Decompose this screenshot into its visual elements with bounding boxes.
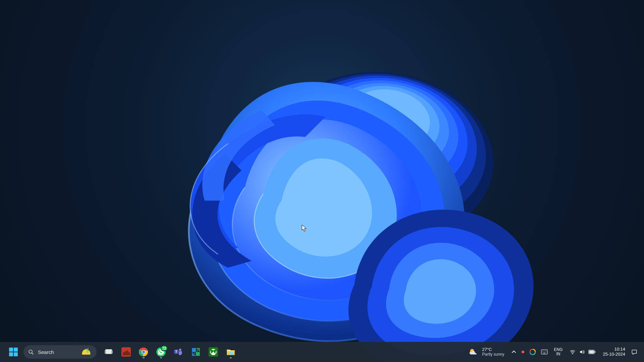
svg-rect-28 — [541, 350, 547, 354]
weather-icon — [469, 347, 479, 357]
clock-button[interactable]: 10:14 25-10-2024 — [599, 345, 628, 359]
notification-center-button[interactable] — [628, 345, 641, 359]
notification-badge: 72 — [161, 345, 168, 351]
system-tray: 27°C Partly sunny ENG IN 10:14 25-1 — [464, 344, 641, 360]
tray-recording-indicator[interactable] — [519, 345, 527, 359]
xbox-icon — [209, 347, 218, 357]
colorful-circle-icon — [530, 349, 536, 355]
taskbar-app-whatsapp[interactable]: 72 — [152, 345, 170, 359]
desktop-wallpaper — [117, 33, 527, 355]
svg-rect-38 — [589, 351, 594, 353]
svg-point-6 — [331, 79, 444, 167]
teams-icon: T — [174, 347, 183, 357]
tray-app-icon[interactable] — [527, 345, 538, 359]
svg-point-0 — [262, 58, 504, 255]
svg-rect-11 — [105, 349, 112, 354]
taskbar-app-share[interactable] — [187, 345, 205, 359]
weather-widget[interactable]: 27°C Partly sunny — [464, 344, 509, 360]
taskbar-app-file-explorer[interactable] — [222, 345, 239, 359]
tray-input-indicator[interactable] — [538, 345, 550, 359]
svg-point-34 — [546, 352, 547, 353]
svg-rect-25 — [229, 352, 233, 355]
svg-point-36 — [572, 354, 573, 354]
language-indicator[interactable]: ENG IN — [550, 345, 566, 359]
svg-point-1 — [272, 61, 496, 239]
windows-logo-icon — [9, 348, 18, 356]
file-explorer-icon — [226, 347, 235, 357]
wifi-icon — [570, 349, 576, 355]
keyboard-icon — [541, 349, 548, 355]
red-app-icon — [121, 347, 131, 357]
clock-time: 10:14 — [614, 347, 625, 352]
start-button[interactable] — [5, 345, 22, 359]
clock-date: 25-10-2024 — [603, 352, 626, 357]
share-app-icon — [191, 347, 201, 357]
svg-point-7 — [342, 84, 434, 156]
notification-icon — [631, 349, 638, 355]
record-dot-icon — [522, 351, 524, 353]
volume-icon — [579, 349, 585, 355]
svg-rect-35 — [543, 353, 546, 354]
running-indicator — [143, 357, 145, 358]
taskbar-search[interactable]: Search — [23, 345, 97, 359]
taskbar: Search 72 T — [0, 342, 644, 362]
search-label: Search — [38, 349, 54, 355]
svg-text:T: T — [175, 350, 177, 353]
weather-temperature: 27°C — [482, 347, 504, 352]
svg-rect-13 — [111, 350, 113, 354]
svg-point-3 — [296, 68, 475, 207]
svg-point-32 — [546, 351, 547, 352]
svg-point-2 — [284, 64, 486, 223]
svg-rect-39 — [594, 351, 595, 353]
tray-overflow-button[interactable] — [509, 345, 519, 359]
task-view-button[interactable] — [100, 345, 117, 359]
battery-icon — [588, 350, 596, 354]
chevron-up-icon — [512, 350, 516, 354]
task-view-icon — [104, 348, 113, 356]
svg-rect-23 — [196, 352, 200, 356]
search-highlight-icon[interactable] — [80, 347, 92, 357]
quick-settings-button[interactable] — [566, 345, 599, 359]
svg-point-5 — [320, 75, 455, 179]
taskbar-pinned-apps: 72 T — [100, 345, 239, 359]
svg-point-4 — [308, 71, 465, 192]
running-indicator — [230, 357, 232, 358]
search-icon — [28, 349, 34, 355]
svg-point-30 — [544, 351, 544, 352]
mouse-cursor — [302, 225, 307, 232]
taskbar-app-chrome[interactable] — [135, 345, 152, 359]
language-region: IN — [556, 352, 560, 356]
svg-rect-22 — [192, 348, 196, 352]
svg-point-10 — [86, 350, 89, 353]
taskbar-app-red[interactable] — [117, 345, 135, 359]
svg-point-33 — [543, 352, 543, 353]
chrome-icon — [139, 347, 148, 357]
svg-point-21 — [179, 349, 181, 351]
taskbar-app-xbox[interactable] — [205, 345, 222, 359]
svg-line-9 — [32, 353, 33, 354]
svg-point-31 — [545, 351, 545, 352]
svg-rect-12 — [105, 350, 106, 354]
svg-point-29 — [543, 351, 543, 352]
running-indicator — [160, 357, 162, 358]
weather-condition: Partly sunny — [482, 352, 504, 357]
taskbar-app-teams[interactable]: T — [170, 345, 187, 359]
